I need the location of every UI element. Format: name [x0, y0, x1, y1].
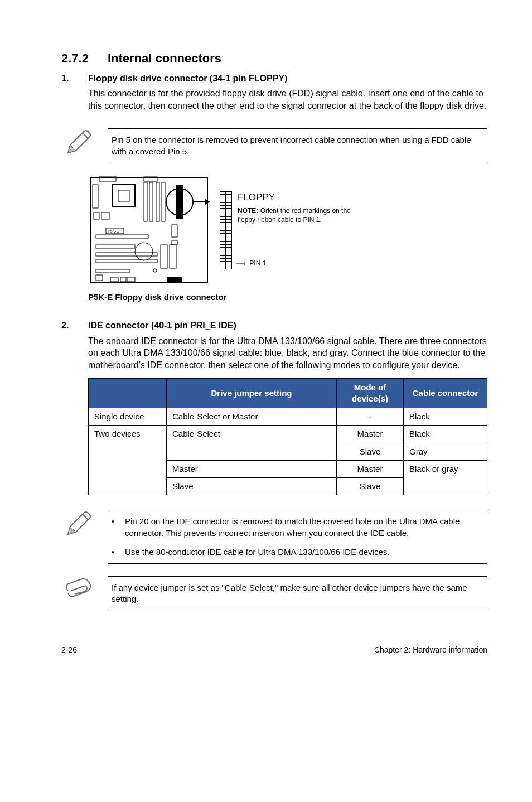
svg-rect-5 [118, 190, 129, 201]
cell: Single device [89, 408, 167, 426]
svg-rect-32 [127, 277, 135, 282]
svg-rect-28 [96, 275, 103, 281]
page-footer: 2-26 Chapter 2: Hardware information [61, 645, 487, 655]
pin1-text: PIN 1 [249, 259, 266, 267]
note-1-text: Pin 5 on the connector is removed to pre… [108, 128, 487, 163]
cell: Cable-Select or Master [167, 408, 337, 426]
svg-point-29 [153, 269, 157, 272]
pencil-icon [61, 510, 95, 539]
item-1: 1. Floppy disk drive connector (34-1 pin… [61, 73, 487, 117]
section-number: 2.7.2 [61, 50, 89, 67]
bullet-dot: • [112, 547, 117, 558]
svg-rect-14 [93, 185, 98, 208]
section-heading: 2.7.2 Internal connectors [61, 50, 487, 67]
cell: - [337, 408, 404, 426]
cell: Slave [167, 478, 337, 495]
floppy-note: NOTE: Orient the red markings on the flo… [238, 206, 366, 224]
svg-line-0 [83, 133, 88, 138]
cell: Slave [337, 443, 404, 460]
cell: Master [337, 426, 404, 443]
cell: Black [404, 426, 487, 443]
floppy-label: FLOPPY [238, 191, 366, 204]
svg-rect-21 [96, 259, 157, 263]
note-3-text: If any device jumper is set as "Cable-Se… [108, 576, 487, 611]
svg-rect-31 [120, 277, 126, 282]
svg-rect-10 [176, 185, 183, 219]
motherboard-outline: P5K-E [88, 175, 211, 286]
svg-rect-16 [101, 212, 109, 219]
svg-rect-4 [113, 185, 135, 207]
note-2-box: •Pin 20 on the IDE connector is removed … [108, 510, 487, 564]
svg-rect-6 [144, 182, 147, 221]
cell: Master [337, 460, 404, 477]
cell: Cable-Select [167, 426, 337, 461]
svg-rect-7 [149, 182, 153, 221]
th-mode: Mode of device(s) [337, 378, 404, 408]
item-1-title: Floppy disk drive connector (34-1 pin FL… [88, 73, 487, 85]
svg-rect-27 [170, 245, 176, 268]
cell: Master [167, 460, 337, 477]
item-2-paragraph: The onboard IDE connector is for the Ult… [88, 335, 487, 371]
table-row: Two devices Cable-Select Master Black [89, 426, 487, 443]
ide-config-table: Drive jumper setting Mode of device(s) C… [88, 378, 487, 496]
svg-rect-20 [96, 253, 157, 256]
note-2: •Pin 20 on the IDE connector is removed … [61, 510, 487, 564]
paperclip-icon [61, 576, 95, 600]
bullet-dot: • [112, 516, 117, 539]
svg-rect-30 [110, 277, 118, 282]
floppy-note-bold: NOTE: [238, 207, 258, 215]
svg-rect-9 [162, 182, 165, 221]
svg-rect-33 [167, 277, 182, 282]
table-row: Single device Cable-Select or Master - B… [89, 408, 487, 426]
item-1-paragraph: This connector is for the provided flopp… [88, 88, 487, 112]
item-2-title: IDE connector (40-1 pin PRI_E IDE) [88, 320, 487, 332]
note-1: Pin 5 on the connector is removed to pre… [61, 128, 487, 163]
item-2: 2. IDE connector (40-1 pin PRI_E IDE) Th… [61, 320, 487, 495]
floppy-pin-header [220, 191, 232, 269]
pin1-label: PIN 1 [251, 259, 366, 268]
board-label-svg: P5K-E [108, 229, 119, 233]
cell: Gray [404, 443, 487, 460]
cell: Slave [337, 478, 404, 495]
cell: Black or gray [404, 460, 487, 495]
diagram-caption: P5K-E Floppy disk drive connector [88, 292, 487, 303]
svg-rect-26 [161, 245, 167, 268]
cell: Black [404, 408, 487, 426]
svg-point-17 [135, 243, 153, 260]
section-title: Internal connectors [108, 50, 221, 67]
item-1-number: 1. [61, 73, 72, 117]
pencil-icon [61, 128, 95, 157]
floppy-diagram: P5K-E FLOPPY NOTE: Orient the red markin… [88, 175, 487, 286]
svg-rect-22 [96, 269, 129, 273]
svg-rect-15 [94, 212, 99, 219]
svg-rect-25 [172, 240, 177, 245]
note-2-bullet-2: Use the 80-conductor IDE cable for Ultra… [125, 547, 389, 558]
cell: Two devices [89, 426, 167, 495]
th-drive-jumper: Drive jumper setting [167, 378, 337, 408]
footer-page-number: 2-26 [61, 645, 77, 655]
item-2-number: 2. [61, 320, 72, 495]
svg-rect-8 [156, 182, 159, 221]
footer-chapter: Chapter 2: Hardware information [374, 645, 487, 655]
th-cable: Cable connector [404, 378, 487, 408]
svg-line-36 [83, 514, 88, 520]
th-blank [89, 378, 167, 408]
svg-rect-24 [172, 225, 177, 237]
note-3: If any device jumper is set as "Cable-Se… [61, 576, 487, 611]
svg-rect-18 [96, 235, 148, 238]
svg-rect-19 [96, 245, 135, 248]
note-2-bullet-1: Pin 20 on the IDE connector is removed t… [125, 516, 484, 539]
